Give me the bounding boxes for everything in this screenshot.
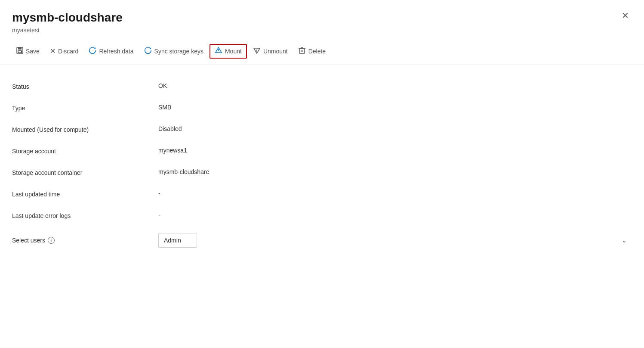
field-label-mounted: Mounted (Used for compute): [12, 125, 158, 133]
field-value-storage-account: mynewsa1: [158, 147, 632, 154]
field-value-error-logs: -: [158, 211, 632, 218]
mount-icon: [215, 47, 222, 56]
panel-title: mysmb-cloudshare: [12, 10, 632, 25]
field-value-mounted: Disabled: [158, 125, 632, 132]
svg-rect-8: [299, 49, 305, 53]
field-value-last-updated: -: [158, 190, 632, 197]
delete-label: Delete: [308, 48, 326, 55]
svg-rect-1: [18, 47, 22, 50]
select-users-row: Select users i Admin ⌄: [12, 226, 632, 255]
select-users-text: Select users: [12, 237, 45, 244]
toolbar: Save ✕ Discard Refresh data Sync storage…: [0, 37, 644, 65]
discard-label: Discard: [58, 48, 78, 55]
refresh-button[interactable]: Refresh data: [84, 44, 138, 59]
delete-button[interactable]: Delete: [294, 44, 330, 59]
field-row-storage-account: Storage account mynewsa1: [12, 140, 632, 162]
field-value-status: OK: [158, 82, 632, 89]
panel: mysmb-cloudshare myasetest ✕ Save ✕ Disc…: [0, 0, 644, 348]
save-label: Save: [26, 48, 40, 55]
field-label-storage-account: Storage account: [12, 147, 158, 155]
unmount-button[interactable]: Unmount: [249, 44, 292, 59]
field-row-type: Type SMB: [12, 97, 632, 118]
close-button[interactable]: ✕: [618, 9, 632, 22]
field-label-status: Status: [12, 82, 158, 90]
sync-label: Sync storage keys: [154, 48, 203, 55]
select-users-dropdown[interactable]: Admin: [158, 233, 197, 248]
sync-button[interactable]: Sync storage keys: [140, 44, 208, 59]
field-label-error-logs: Last update error logs: [12, 211, 158, 219]
panel-header: mysmb-cloudshare myasetest: [0, 0, 644, 34]
chevron-down-icon: ⌄: [622, 237, 627, 244]
field-row-last-updated: Last updated time -: [12, 183, 632, 205]
unmount-icon: [253, 47, 261, 56]
refresh-icon: [89, 47, 96, 56]
select-users-label: Select users i: [12, 237, 158, 244]
close-icon: ✕: [622, 10, 629, 21]
svg-rect-3: [18, 51, 21, 52]
mount-label: Mount: [225, 48, 242, 55]
panel-subtitle: myasetest: [12, 27, 632, 34]
select-users-dropdown-wrapper: Admin ⌄: [158, 233, 632, 248]
content-area: Status OK Type SMB Mounted (Used for com…: [0, 65, 644, 265]
mount-button[interactable]: Mount: [210, 44, 247, 59]
field-value-storage-container: mysmb-cloudshare: [158, 168, 632, 175]
refresh-label: Refresh data: [99, 48, 133, 55]
save-button[interactable]: Save: [12, 44, 44, 58]
delete-icon: [298, 47, 306, 56]
sync-icon: [144, 47, 152, 56]
field-row-error-logs: Last update error logs -: [12, 205, 632, 226]
discard-button[interactable]: ✕ Discard: [46, 44, 83, 58]
field-row-mounted: Mounted (Used for compute) Disabled: [12, 118, 632, 140]
discard-icon: ✕: [50, 47, 55, 55]
unmount-label: Unmount: [263, 48, 288, 55]
save-icon: [16, 47, 23, 56]
field-value-type: SMB: [158, 104, 632, 111]
info-icon: i: [48, 237, 55, 244]
field-label-storage-container: Storage account container: [12, 168, 158, 176]
field-row-status: Status OK: [12, 75, 632, 97]
field-label-last-updated: Last updated time: [12, 190, 158, 198]
field-row-storage-container: Storage account container mysmb-cloudsha…: [12, 162, 632, 183]
field-label-type: Type: [12, 104, 158, 112]
